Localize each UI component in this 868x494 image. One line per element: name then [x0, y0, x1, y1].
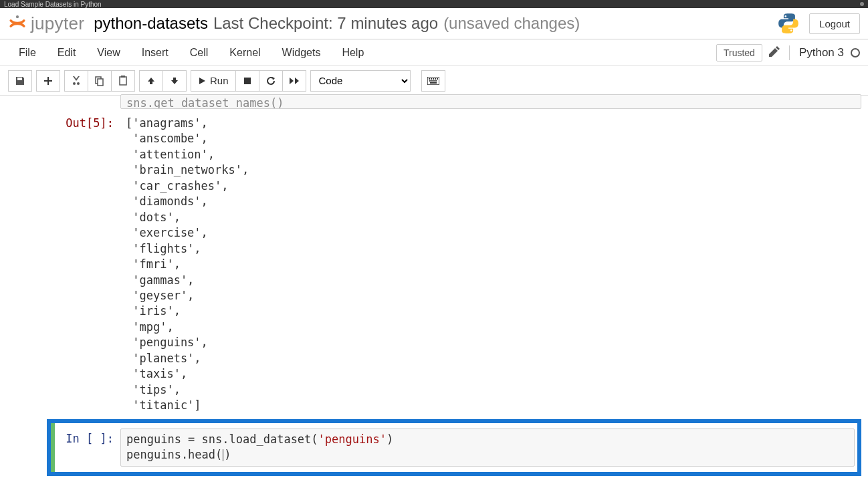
stop-icon: [243, 77, 251, 85]
svg-point-0: [16, 15, 19, 18]
kernel-status-icon: [851, 48, 860, 57]
move-down-button[interactable]: [162, 70, 187, 92]
code-input-active[interactable]: penguins = sns.load_dataset('penguins') …: [120, 428, 855, 467]
svg-rect-13: [431, 80, 433, 82]
svg-rect-7: [429, 78, 430, 80]
output-cell: Out[5]: ['anagrams', 'anscombe', 'attent…: [7, 113, 861, 416]
toolbar: Run Code: [0, 66, 868, 96]
cut-button[interactable]: [64, 70, 88, 92]
command-palette-button[interactable]: [421, 70, 445, 92]
jupyter-logo[interactable]: jupyter: [8, 13, 84, 34]
svg-rect-10: [435, 78, 436, 80]
svg-rect-15: [435, 80, 437, 82]
checkpoint-text: Last Checkpoint: 7 minutes ago: [213, 14, 438, 33]
output-prompt: Out[5]:: [7, 113, 120, 132]
notebook-name: python-datasets: [94, 14, 208, 33]
svg-rect-3: [120, 77, 126, 85]
cell-type-select[interactable]: Code: [310, 70, 411, 92]
svg-rect-4: [121, 76, 125, 78]
trusted-indicator[interactable]: Trusted: [716, 44, 762, 61]
prompt-spacer: [7, 96, 120, 98]
svg-rect-9: [433, 78, 434, 80]
svg-rect-11: [437, 78, 438, 80]
restart-run-all-button[interactable]: [282, 70, 306, 92]
separator: [789, 45, 790, 60]
output-text: ['anagrams', 'anscombe', 'attention', 'b…: [126, 116, 856, 414]
code-cell-active[interactable]: In [ ]: penguins = sns.load_dataset('pen…: [53, 428, 855, 467]
svg-rect-5: [244, 78, 251, 84]
restart-button[interactable]: [259, 70, 283, 92]
run-button[interactable]: Run: [191, 70, 236, 92]
svg-rect-8: [431, 78, 432, 80]
fast-forward-icon: [289, 77, 300, 85]
menu-view[interactable]: View: [86, 41, 130, 64]
menu-cell[interactable]: Cell: [179, 41, 219, 64]
browser-tab-bar: Load Sample Datasets in Python: [0, 0, 868, 8]
unsaved-status: (unsaved changes): [443, 14, 580, 33]
close-icon[interactable]: [860, 2, 864, 6]
svg-rect-12: [429, 80, 431, 82]
menu-edit[interactable]: Edit: [47, 41, 87, 64]
run-button-label: Run: [210, 75, 229, 86]
pencil-icon[interactable]: [769, 46, 780, 59]
notebook-cells: sns.get_dataset_names() Out[5]: ['anagra…: [0, 96, 868, 494]
menu-help[interactable]: Help: [331, 41, 374, 64]
interrupt-button[interactable]: [235, 70, 259, 92]
code-cell-input-truncated[interactable]: sns.get_dataset_names(): [7, 96, 861, 109]
copy-button[interactable]: [88, 70, 112, 92]
svg-rect-2: [98, 79, 103, 86]
svg-rect-16: [430, 82, 437, 84]
code-line-2: penguins.head(): [126, 447, 849, 463]
svg-rect-14: [433, 80, 435, 82]
menu-bar: File Edit View Insert Cell Kernel Widget…: [0, 39, 868, 66]
logout-button[interactable]: Logout: [809, 13, 860, 34]
move-up-button[interactable]: [139, 70, 163, 92]
play-icon: [198, 77, 206, 85]
add-cell-button[interactable]: [36, 70, 60, 92]
menu-file[interactable]: File: [8, 41, 47, 64]
input-prompt: In [ ]:: [53, 428, 120, 447]
code-line-1: penguins = sns.load_dataset('penguins'): [126, 432, 849, 447]
notebook-header: jupyter python-datasets Last Checkpoint:…: [0, 8, 868, 39]
menu-kernel[interactable]: Kernel: [219, 41, 271, 64]
notebook-title-area[interactable]: python-datasets Last Checkpoint: 7 minut…: [94, 14, 580, 33]
keyboard-icon: [427, 77, 439, 85]
browser-tab-title: Load Sample Datasets in Python: [4, 1, 102, 8]
kernel-name[interactable]: Python 3: [799, 46, 844, 59]
jupyter-logo-text: jupyter: [31, 13, 84, 34]
jupyter-logo-icon: [8, 14, 27, 33]
restart-icon: [266, 76, 276, 86]
active-cell-highlight: In [ ]: penguins = sns.load_dataset('pen…: [47, 419, 861, 476]
code-input-truncated[interactable]: sns.get_dataset_names(): [120, 94, 861, 109]
save-button[interactable]: [8, 70, 32, 92]
menu-widgets[interactable]: Widgets: [272, 41, 332, 64]
paste-button[interactable]: [111, 70, 135, 92]
menu-insert[interactable]: Insert: [131, 41, 179, 64]
output-body: ['anagrams', 'anscombe', 'attention', 'b…: [120, 113, 861, 416]
python-logo-icon: [777, 12, 800, 35]
